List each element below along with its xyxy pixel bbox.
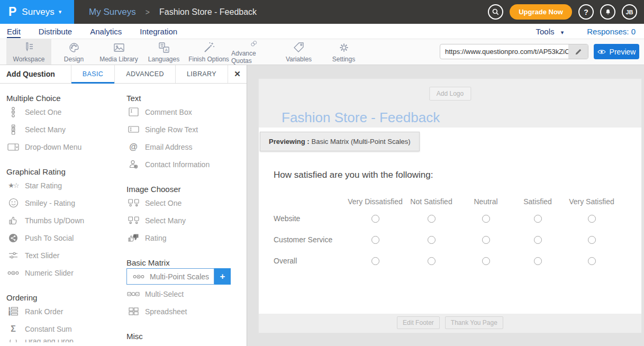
thank-you-page-button[interactable]: Thank You Page — [445, 316, 503, 329]
qtype-numeric-slider[interactable]: Numeric Slider — [6, 264, 126, 281]
qtype-label: Rating — [145, 234, 166, 242]
single-row-icon — [126, 126, 140, 133]
section-basic-matrix: Basic Matrix Multi-Point Scales + Multi-… — [126, 258, 247, 320]
radio-option[interactable] — [371, 215, 379, 223]
toolbar-workspace[interactable]: Workspace — [6, 39, 51, 65]
tab-advanced[interactable]: ADVANCED — [114, 65, 175, 83]
qtype-select-many[interactable]: Select Many — [6, 121, 126, 138]
toolbar-finish-options[interactable]: Finish Options — [186, 39, 231, 65]
radio-option[interactable] — [588, 215, 596, 223]
radio-option[interactable] — [588, 257, 596, 265]
qtype-image-rating[interactable]: Rating — [126, 229, 247, 247]
qtype-multi-point-scales[interactable]: Multi-Point Scales — [126, 268, 214, 285]
radio-option[interactable] — [534, 257, 542, 265]
toolbar-design[interactable]: Design — [51, 39, 96, 65]
qtype-select-one[interactable]: Select One — [6, 103, 126, 121]
qtype-label: Rank Order — [25, 307, 63, 316]
search-button[interactable] — [488, 4, 503, 20]
preview-button[interactable]: Preview — [594, 44, 639, 59]
survey-title[interactable]: Fashion Store - Feedback — [282, 110, 440, 126]
tab-integration[interactable]: Integration — [140, 27, 177, 36]
qtype-label: Thumbs Up/Down — [25, 216, 84, 225]
product-label: Surveys — [22, 7, 54, 17]
qtype-push-to-social[interactable]: Push To Social — [6, 229, 126, 247]
thumb-up-icon — [6, 216, 20, 225]
radio-option[interactable] — [482, 236, 490, 244]
qtype-comment-box[interactable]: Comment Box — [126, 103, 247, 121]
pencil-icon — [575, 48, 582, 56]
checkbox-stack-icon — [6, 124, 20, 135]
qtype-star-rating[interactable]: ★☆ Star Rating — [6, 177, 126, 194]
radio-option[interactable] — [588, 236, 596, 244]
add-logo-button[interactable]: Add Logo — [429, 87, 471, 101]
qtype-constant-sum[interactable]: Σ Constant Sum — [6, 320, 126, 338]
scale-column-header: Satisfied — [512, 195, 564, 208]
questionpro-logo-icon: P — [8, 5, 16, 19]
tab-distribute[interactable]: Distribute — [39, 27, 72, 36]
radio-option[interactable] — [482, 257, 490, 265]
toolbar-variables[interactable]: Variables — [276, 39, 321, 65]
radio-option[interactable] — [428, 236, 436, 244]
tools-menu[interactable]: Tools ▾ — [536, 27, 564, 36]
help-button[interactable]: ? — [578, 4, 594, 20]
scale-column-header: Not Satisfied — [403, 195, 460, 208]
breadcrumb-my-surveys[interactable]: My Surveys — [89, 7, 136, 17]
qtype-drag-and-drop[interactable]: Drag and Drop — [6, 340, 126, 342]
add-question-plus-button[interactable]: + — [214, 268, 231, 285]
radio-option[interactable] — [534, 236, 542, 244]
tab-analytics[interactable]: Analytics — [90, 27, 122, 36]
qtype-label: Star Rating — [25, 181, 62, 190]
radio-stack-icon — [6, 107, 20, 117]
close-panel-button[interactable]: ✕ — [228, 65, 247, 83]
qtype-spreadsheet[interactable]: Spreadsheet — [126, 303, 247, 320]
tab-edit[interactable]: Edit — [7, 27, 21, 36]
qtype-email-address[interactable]: @ Email Address — [126, 138, 247, 156]
notifications-button[interactable] — [600, 4, 615, 20]
survey-url-input[interactable] — [440, 44, 568, 59]
qtype-dropdown-menu[interactable]: Drop-down Menu — [6, 138, 126, 156]
toolbar-languages[interactable]: A Languages — [141, 39, 186, 65]
edit-url-button[interactable] — [568, 44, 588, 59]
toolbar-label: Design — [64, 56, 84, 63]
radio-option[interactable] — [534, 215, 542, 223]
tab-library[interactable]: LIBRARY — [175, 65, 228, 83]
toolbar-settings[interactable]: Settings — [321, 39, 366, 65]
close-icon: ✕ — [234, 69, 241, 79]
qtype-smiley-rating[interactable]: Smiley - Rating — [6, 194, 126, 212]
upgrade-now-button[interactable]: Upgrade Now — [510, 4, 572, 20]
qtype-image-select-one[interactable]: Select One — [126, 194, 247, 212]
qtype-label: Text Slider — [25, 251, 59, 260]
qtype-image-select-many[interactable]: Select Many — [126, 212, 247, 229]
radio-option[interactable] — [428, 257, 436, 265]
qtype-label: Smiley - Rating — [25, 199, 75, 207]
qtype-label: Multi-Select — [145, 290, 184, 298]
radio-option[interactable] — [371, 257, 379, 265]
section-multiple-choice: Multiple Choice Select One Select Many D… — [6, 94, 126, 156]
tab-basic[interactable]: BASIC — [71, 65, 115, 83]
product-switcher[interactable]: P Surveys ▾ — [0, 0, 74, 24]
toolbar-media-library[interactable]: Media Library — [96, 39, 141, 65]
qtype-multi-select[interactable]: Multi-Select — [126, 285, 247, 303]
toolbar-label: Settings — [332, 56, 355, 63]
radio-option[interactable] — [371, 236, 379, 244]
drag-drop-icon — [6, 340, 20, 342]
qtype-rank-order[interactable]: 123 Rank Order — [6, 303, 126, 320]
smiley-icon — [6, 198, 20, 208]
dropdown-icon — [6, 143, 20, 151]
avatar[interactable]: JB — [622, 4, 637, 20]
qtype-text-slider[interactable]: Text Slider — [6, 247, 126, 264]
toolbar-label: Finish Options — [188, 56, 229, 63]
edit-footer-button[interactable]: Edit Footer — [397, 316, 440, 329]
qtype-contact-information[interactable]: Contact Information — [126, 156, 247, 173]
question-card: Previewing :Basic Matrix (Multi-Point Sc… — [259, 128, 641, 314]
qtype-single-row-text[interactable]: Single Row Text — [126, 121, 247, 138]
radio-option[interactable] — [428, 215, 436, 223]
section-ordering: Ordering 123 Rank Order Σ Constant Sum D… — [6, 293, 126, 342]
matrix-row-website: Website — [274, 208, 641, 229]
responses-link[interactable]: Responses: 0 — [587, 27, 636, 36]
radio-option[interactable] — [482, 215, 490, 223]
qtype-thumbs-up-down[interactable]: Thumbs Up/Down — [6, 212, 126, 229]
qtype-label: Comment Box — [145, 108, 192, 116]
qtype-label: Drag and Drop — [25, 340, 74, 342]
toolbar-advance-quotas[interactable]: Advance Quotas — [231, 39, 276, 65]
